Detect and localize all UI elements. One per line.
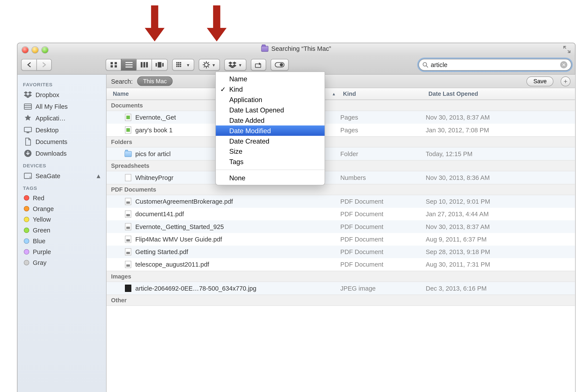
- sidebar-item[interactable]: Gray: [18, 257, 106, 268]
- arrange-button[interactable]: ▼: [172, 59, 194, 70]
- eject-icon[interactable]: ▲: [95, 172, 102, 180]
- sidebar-item[interactable]: Yellow: [18, 214, 106, 225]
- sidebar-item[interactable]: Orange: [18, 203, 106, 214]
- file-kind: PDF Document: [340, 261, 426, 268]
- add-criteria-button[interactable]: ＋: [561, 76, 571, 86]
- sidebar-header: TAGS: [18, 182, 106, 192]
- window-title-text: Searching “This Mac”: [271, 45, 331, 52]
- sidebar-item[interactable]: Applicati…: [18, 112, 106, 124]
- svg-point-34: [423, 62, 427, 66]
- titlebar: Searching “This Mac”: [18, 43, 575, 75]
- pages-icon: [124, 126, 132, 133]
- result-row[interactable]: Evernote,_Getting_Started_925PDF Documen…: [107, 220, 575, 233]
- svg-rect-12: [162, 63, 164, 67]
- documents-icon: [24, 138, 32, 146]
- save-search-button[interactable]: Save: [526, 76, 553, 86]
- result-row[interactable]: Evernote,_GetPagesNov 30, 2013, 8:37 AM: [107, 111, 575, 124]
- sidebar-item[interactable]: SeaGate ▲: [18, 170, 106, 182]
- file-name: Flip4Mac WMV User Guide.pdf: [135, 236, 222, 243]
- sidebar-header: FAVORITES: [18, 78, 106, 89]
- sidebar-item[interactable]: Blue: [18, 236, 106, 246]
- file-kind: Folder: [340, 150, 426, 157]
- file-date: Aug 30, 2011, 7:31 PM: [426, 261, 575, 268]
- sidebar-item[interactable]: Purple: [18, 246, 106, 257]
- svg-rect-39: [24, 127, 31, 132]
- svg-rect-18: [180, 64, 181, 65]
- search-field[interactable]: ✕: [418, 59, 571, 70]
- result-group-header: Folders: [107, 136, 575, 148]
- result-row[interactable]: article-2064692-0EE…78-500_634x770.jpgJP…: [107, 282, 575, 295]
- svg-line-30: [204, 66, 205, 67]
- svg-rect-13: [176, 62, 177, 63]
- action-button[interactable]: ▼: [199, 59, 220, 70]
- menu-item[interactable]: None: [216, 173, 324, 183]
- list-view-button[interactable]: [121, 59, 136, 70]
- tags-button[interactable]: [271, 59, 288, 70]
- main-content: Search: This Mac Save ＋ Name ▲ Kind Date…: [107, 75, 575, 392]
- coverflow-view-button[interactable]: [151, 59, 168, 70]
- column-kind-header[interactable]: Kind: [340, 90, 426, 97]
- clear-search-button[interactable]: ✕: [560, 61, 567, 68]
- menu-item[interactable]: Size: [216, 146, 324, 156]
- fullscreen-button[interactable]: [562, 45, 572, 54]
- column-date-header[interactable]: Date Last Opened: [426, 90, 575, 97]
- dropbox-button[interactable]: ▼: [224, 59, 246, 70]
- svg-rect-20: [178, 66, 179, 67]
- file-date: Aug 9, 2011, 6:37 PM: [426, 236, 575, 243]
- sidebar-item[interactable]: Green: [18, 225, 106, 236]
- menu-item[interactable]: Date Modified: [216, 125, 324, 136]
- svg-rect-11: [158, 62, 161, 67]
- result-group-header: PDF Documents: [107, 184, 575, 195]
- sidebar-item-label: All My Files: [35, 103, 68, 110]
- sidebar-item-label: Blue: [33, 237, 45, 244]
- result-row[interactable]: Flip4Mac WMV User Guide.pdfPDF DocumentA…: [107, 233, 575, 245]
- menu-item[interactable]: Date Created: [216, 136, 324, 146]
- svg-rect-6: [125, 67, 132, 67]
- result-row[interactable]: CustomerAgreementBrokerage.pdfPDF Docume…: [107, 195, 575, 208]
- forward-button[interactable]: [36, 59, 52, 70]
- sidebar-item-label: Dropbox: [35, 91, 59, 98]
- file-date: Sep 28, 2013, 9:18 PM: [426, 248, 575, 255]
- sidebar-item[interactable]: Dropbox: [18, 89, 106, 101]
- menu-item[interactable]: Application: [216, 94, 324, 105]
- result-row[interactable]: document141.pdfPDF DocumentJan 27, 2013,…: [107, 208, 575, 220]
- file-name: document141.pdf: [135, 210, 184, 217]
- icon-view-button[interactable]: [106, 59, 121, 70]
- share-button[interactable]: [251, 59, 266, 70]
- desktop-icon: [24, 126, 32, 134]
- result-row[interactable]: Getting Started.pdfPDF DocumentSep 28, 2…: [107, 246, 575, 258]
- result-row[interactable]: WhitneyProgrNumbersNov 30, 2013, 8:36 AM: [107, 171, 575, 184]
- sidebar: FAVORITESDropboxAll My FilesApplicati…De…: [18, 75, 107, 392]
- menu-item[interactable]: Kind: [216, 84, 324, 94]
- menu-item[interactable]: Name: [216, 74, 324, 84]
- sidebar-item[interactable]: Downloads: [18, 148, 106, 159]
- file-kind: Numbers: [340, 174, 426, 181]
- menu-item[interactable]: Date Added: [216, 115, 324, 125]
- svg-rect-1: [114, 62, 116, 64]
- result-row[interactable]: gary's book 1PagesJan 30, 2012, 7:08 PM: [107, 124, 575, 136]
- sidebar-item[interactable]: Red: [18, 192, 106, 203]
- file-name: Evernote,_Get: [135, 114, 176, 121]
- dropbox-icon: [24, 91, 32, 99]
- result-row[interactable]: telescope_august2011.pdfPDF DocumentAug …: [107, 258, 575, 271]
- sidebar-item[interactable]: All My Files: [18, 101, 106, 112]
- menu-item[interactable]: Date Last Opened: [216, 105, 324, 115]
- nav-buttons: [21, 59, 52, 70]
- toolbar: ▼ ▼ ▼: [21, 58, 572, 72]
- search-input[interactable]: [431, 61, 560, 68]
- svg-rect-40: [27, 132, 29, 133]
- svg-point-33: [280, 63, 283, 66]
- result-row[interactable]: pics for articlFolderToday, 12:15 PM: [107, 148, 575, 160]
- column-view-button[interactable]: [136, 59, 151, 70]
- sidebar-item[interactable]: Desktop: [18, 124, 106, 136]
- svg-rect-36: [24, 104, 31, 109]
- sidebar-item[interactable]: Documents: [18, 136, 106, 148]
- sidebar-header: DEVICES: [18, 159, 106, 170]
- back-button[interactable]: [21, 59, 36, 70]
- svg-point-22: [204, 63, 208, 67]
- drive-icon: [24, 172, 32, 180]
- result-group-header: Spreadsheets: [107, 160, 575, 171]
- menu-item[interactable]: Tags: [216, 156, 324, 167]
- pdf-icon: [124, 223, 132, 230]
- scope-this-mac[interactable]: This Mac: [137, 77, 173, 86]
